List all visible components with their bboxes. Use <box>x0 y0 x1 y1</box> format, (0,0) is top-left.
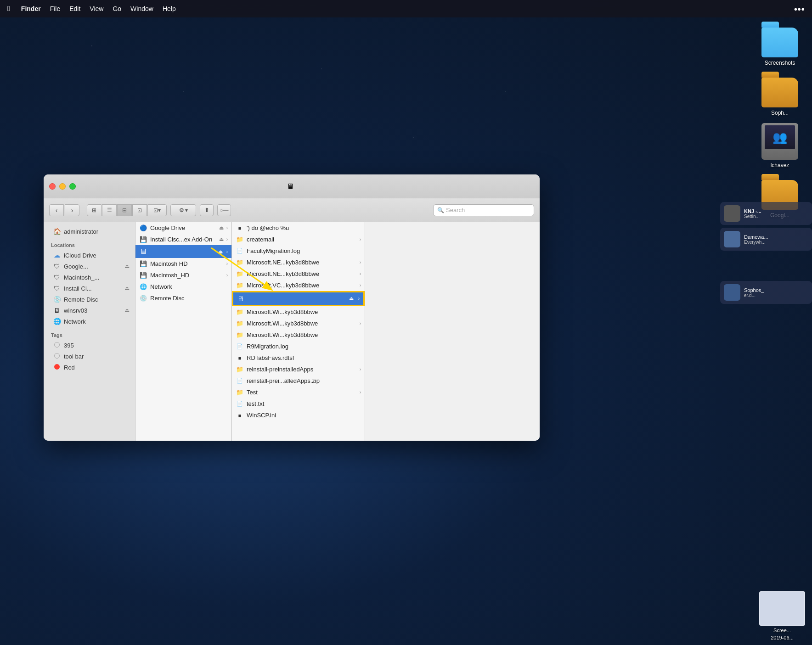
col1-macintosh-hd[interactable]: 💾 Macintosh HD › <box>135 258 231 269</box>
install-eject-icon[interactable]: ⏏ <box>124 285 130 292</box>
col2-msne1[interactable]: 📁 Microsoft.NE...kyb3d8bbwe › <box>232 257 365 268</box>
doecho-icon: ■ <box>236 225 244 231</box>
mswin3-icon: 📁 <box>236 331 244 338</box>
sophos-panel[interactable]: Sophos_ er.d... <box>720 281 812 304</box>
cisco-chevron-icon: › <box>226 237 228 242</box>
col2-msne2[interactable]: 📁 Microsoft.NE...kyb3d8bbwe › <box>232 268 365 280</box>
knj-icon <box>724 205 740 222</box>
msvc-label: Microsoft.VC...kyb3d8bbwe <box>247 282 357 289</box>
back-button[interactable]: ‹ <box>49 204 64 216</box>
sidebar-item-remote[interactable]: 💿 Remote Disc <box>45 294 133 305</box>
tag-icon: ○— <box>220 207 228 213</box>
col2-msvc[interactable]: 📁 Microsoft.VC...kyb3d8bbwe › <box>232 280 365 291</box>
winsrv03-eject-icon[interactable]: ⏏ <box>124 307 130 314</box>
forward-button[interactable]: › <box>65 204 79 216</box>
col2-selected-share[interactable]: 🖥 ⏏ › <box>232 291 365 306</box>
sidebar-item-google[interactable]: 🛡 Google... ⏏ <box>45 261 133 272</box>
screenshots-label: Screenshots <box>765 60 795 66</box>
winscp-label: WinSCP.ini <box>247 412 361 419</box>
google-eject-icon[interactable]: ⏏ <box>124 263 130 269</box>
col2-doecho[interactable]: ■ ') do @echo %u <box>232 222 365 234</box>
minimize-button[interactable] <box>59 183 66 190</box>
msne1-label: Microsoft.NE...kyb3d8bbwe <box>247 259 357 266</box>
col2-createmail[interactable]: 📁 createmail › <box>232 234 365 245</box>
desktop-icon-soph[interactable]: Soph... <box>752 73 807 116</box>
selected-eject-icon[interactable]: ⏏ <box>218 249 223 255</box>
col1-selected-server[interactable]: 🖥 ⏏ › <box>135 245 231 258</box>
dameware-panel[interactable]: Damewa... Everywh... <box>720 228 812 251</box>
view-icon-btn[interactable]: ⊞ <box>87 204 102 216</box>
menubar-file[interactable]: File <box>50 5 61 12</box>
desktop-icon-lchavez[interactable]: 👥 lchavez <box>752 123 807 168</box>
sidebar-tag-395[interactable]: 395 <box>45 340 133 351</box>
col2-winscp[interactable]: ■ WinSCP.ini <box>232 409 365 421</box>
sidebar-tag-toolbar[interactable]: tool bar <box>45 351 133 362</box>
apple-menu[interactable]:  <box>7 5 10 13</box>
sidebar-item-network[interactable]: 🌐 Network <box>45 316 133 327</box>
share-button[interactable]: ⬆ <box>200 204 214 216</box>
sidebar-item-administrator[interactable]: 🏠 administrator <box>45 226 133 237</box>
col2-facultymig[interactable]: 📄 FacultyMigration.log <box>232 245 365 257</box>
col2-mswin2[interactable]: 📁 Microsoft.Wi...kyb3d8bbwe › <box>232 318 365 329</box>
col2-reinstall[interactable]: 📁 reinstall-preinstalledApps › <box>232 364 365 375</box>
sidebar-item-macintosh[interactable]: 🛡 Macintosh_... <box>45 272 133 283</box>
sidebar-item-install[interactable]: 🛡 Install Ci... ⏏ <box>45 283 133 294</box>
close-button[interactable] <box>49 183 56 190</box>
sidebar-item-winsrv03[interactable]: 🖥 winsrv03 ⏏ <box>45 305 133 316</box>
view-list-btn[interactable]: ☰ <box>102 204 117 216</box>
column-1: 🔵 Google Drive ⏏ › 💾 Install Cisc...ex A… <box>135 222 232 441</box>
rdtabs-icon: ■ <box>236 355 244 361</box>
google-drive-label: Google... <box>64 263 88 270</box>
col1-network[interactable]: 🌐 Network <box>135 281 231 292</box>
menubar-view[interactable]: View <box>90 5 103 12</box>
tag-button[interactable]: ○— <box>217 204 231 216</box>
menubar-edit[interactable]: Edit <box>69 5 80 12</box>
share-icon: ⬆ <box>204 207 209 213</box>
col2-mswin1[interactable]: 📁 Microsoft.Wi...kyb3d8bbwe <box>232 306 365 318</box>
winscp-icon: ■ <box>236 413 244 418</box>
screenshot-date: 2019-06... <box>771 635 794 640</box>
col2-mswin3[interactable]: 📁 Microsoft.Wi...kyb3d8bbwe <box>232 329 365 341</box>
sophos-sublabel: er.d... <box>744 293 764 298</box>
gdrive-eject-icon[interactable]: ⏏ <box>219 225 224 231</box>
screenshot-label: Scree... <box>773 628 791 633</box>
selected-server-icon: 🖥 <box>139 247 147 256</box>
menubar-window[interactable]: Window <box>130 5 153 12</box>
action-button[interactable]: ⚙ ▾ <box>170 204 196 216</box>
sidebar-item-icloud[interactable]: ☁ iCloud Drive <box>45 250 133 261</box>
col1-macintosh-hd2[interactable]: 💾 Macintosh_HD › <box>135 269 231 281</box>
col1-google-drive[interactable]: 🔵 Google Drive ⏏ › <box>135 222 231 234</box>
col1-remote-disc[interactable]: 💿 Remote Disc <box>135 292 231 304</box>
winsrv03-label: winsrv03 <box>64 307 87 314</box>
network-label: Network <box>64 318 86 325</box>
screenshot-thumbnail[interactable] <box>759 591 805 626</box>
col2-testtxt[interactable]: 📄 test.txt <box>232 398 365 409</box>
view-gallery-btn[interactable]: ⊡▾ <box>147 204 167 216</box>
maximize-button[interactable] <box>69 183 76 190</box>
createmail-label: createmail <box>247 236 357 243</box>
desktop-icon-screenshots[interactable]: Screenshots <box>752 23 807 66</box>
knj-label: KNJ -... <box>744 208 761 214</box>
search-box[interactable]: 🔍 Search <box>433 204 534 216</box>
col1-install-cisco[interactable]: 💾 Install Cisc...ex Add-On ⏏ › <box>135 234 231 245</box>
test-folder-icon: 📁 <box>236 389 244 396</box>
menubar-finder[interactable]: Finder <box>21 5 41 12</box>
dameware-icon <box>724 231 740 247</box>
col2-reinstall-zip[interactable]: 📄 reinstall-prei...alledApps.zip <box>232 375 365 387</box>
tag-red-label: Red <box>64 364 75 371</box>
sidebar-tag-red[interactable]: Red <box>45 362 133 373</box>
r9mig-label: R9Migration.log <box>247 343 361 350</box>
r9mig-icon: 📄 <box>236 343 244 349</box>
msne2-icon: 📁 <box>236 270 244 277</box>
knj-panel[interactable]: KNJ -... Settin... <box>720 202 812 225</box>
col2-r9migration[interactable]: 📄 R9Migration.log <box>232 341 365 352</box>
menubar-help[interactable]: Help <box>163 5 176 12</box>
cisco-eject-icon[interactable]: ⏏ <box>219 236 224 242</box>
menubar-go[interactable]: Go <box>113 5 121 12</box>
share-eject-icon[interactable]: ⏏ <box>349 296 354 302</box>
col2-rdtabs[interactable]: ■ RDTabsFavs.rdtsf <box>232 352 365 364</box>
col2-test[interactable]: 📁 Test › <box>232 387 365 398</box>
view-column-btn[interactable]: ⊟ <box>117 204 132 216</box>
selected-chevron-icon: › <box>226 249 228 254</box>
view-cover-btn[interactable]: ⊡ <box>132 204 147 216</box>
